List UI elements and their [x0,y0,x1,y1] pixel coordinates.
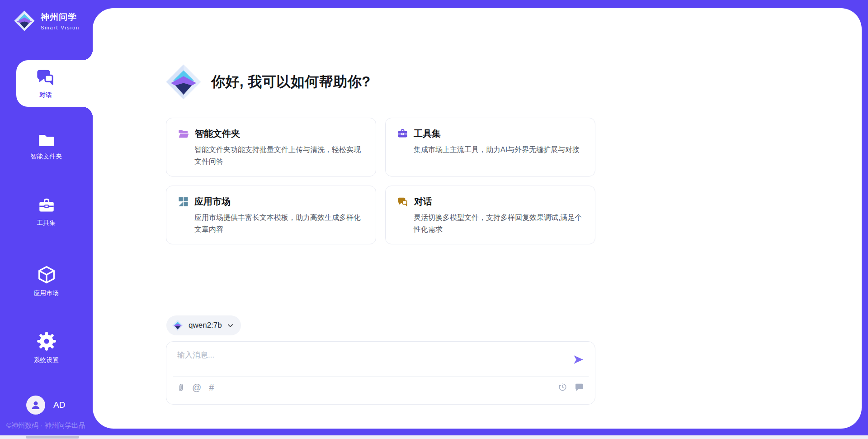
chat-icon [397,196,408,207]
mention-icon[interactable]: @ [192,383,201,392]
message-input[interactable] [176,349,567,373]
greeting-block: 你好, 我可以如何帮助你? [165,63,371,100]
sidebar-item-smart-folder[interactable]: 智能文件夹 [0,133,93,161]
cube-icon [37,265,56,284]
card-app-market[interactable]: 应用市场 应用市场提供丰富长文本模板，助力高效生成多样化文章内容 [166,186,376,244]
card-title: 工具集 [414,128,441,140]
gear-icon [37,331,57,351]
chat-icon [36,68,55,87]
chevron-down-icon [227,322,234,329]
feature-cards: 智能文件夹 智能文件夹功能支持批量文件上传与清洗，轻松实现文件问答 工具集 集成… [166,118,595,244]
avatar [26,396,45,415]
sidebar-item-toolset[interactable]: 工具集 [0,198,93,227]
toolbox-icon [397,129,408,139]
brand-diamond-icon [14,10,35,32]
history-icon[interactable] [558,382,567,392]
sidebar-item-label: 工具集 [37,219,56,227]
card-title: 智能文件夹 [195,128,240,140]
card-title: 应用市场 [194,196,231,208]
model-selector[interactable]: qwen2:7b [166,315,241,335]
greeting-title: 你好, 我可以如何帮助你? [211,72,371,91]
message-composer: @ # [166,341,595,405]
toolbox-icon [38,198,55,214]
sidebar-item-app-market[interactable]: 应用市场 [0,265,93,297]
bubble-bottom-curve [82,106,93,118]
card-description: 灵活切换多模型文件，支持多样回复效果调试,满足个性化需求 [414,212,583,235]
folder-open-icon [178,129,189,139]
copyright-footer: ©神州数码 · 神州问学出品 [6,421,85,430]
brand-subtitle: Smart Vision [41,25,80,30]
sidebar-item-label: 应用市场 [34,289,59,297]
model-diamond-icon [172,320,184,331]
user-name: AD [53,400,65,410]
card-title: 对话 [414,196,432,208]
brand-name: 神州问学 [41,11,80,23]
grid-icon [178,196,189,207]
folder-icon [38,133,55,148]
greeting-diamond-icon [165,63,202,100]
sidebar-item-label: 智能文件夹 [31,153,62,161]
sidebar-item-label: 对话 [39,91,52,99]
brand-logo-block: 神州问学 Smart Vision [14,10,80,32]
sidebar-item-settings[interactable]: 系统设置 [0,331,93,364]
card-description: 集成市场上主流工具，助力AI与外界无缝扩展与对接 [414,144,583,156]
bubble-top-curve [82,49,93,61]
card-toolset[interactable]: 工具集 集成市场上主流工具，助力AI与外界无缝扩展与对接 [385,118,595,177]
card-smart-folder[interactable]: 智能文件夹 智能文件夹功能支持批量文件上传与清洗，轻松实现文件问答 [166,118,376,177]
card-description: 应用市场提供丰富长文本模板，助力高效生成多样化文章内容 [194,212,364,235]
send-icon[interactable] [573,354,584,365]
sidebar-item-chat[interactable]: 对话 [16,60,75,107]
card-chat[interactable]: 对话 灵活切换多模型文件，支持多样回复效果调试,满足个性化需求 [385,186,595,244]
composer-divider [173,376,589,377]
chat-bubble-icon[interactable] [575,382,584,392]
horizontal-scrollbar [0,435,868,439]
sidebar-item-label: 系统设置 [34,356,59,364]
model-name: qwen2:7b [189,321,222,330]
scrollbar-thumb[interactable] [26,436,79,439]
user-profile[interactable]: AD [26,396,65,415]
hashtag-icon[interactable]: # [209,383,214,392]
attachment-icon[interactable] [177,382,184,392]
card-description: 智能文件夹功能支持批量文件上传与清洗，轻松实现文件问答 [194,144,364,167]
